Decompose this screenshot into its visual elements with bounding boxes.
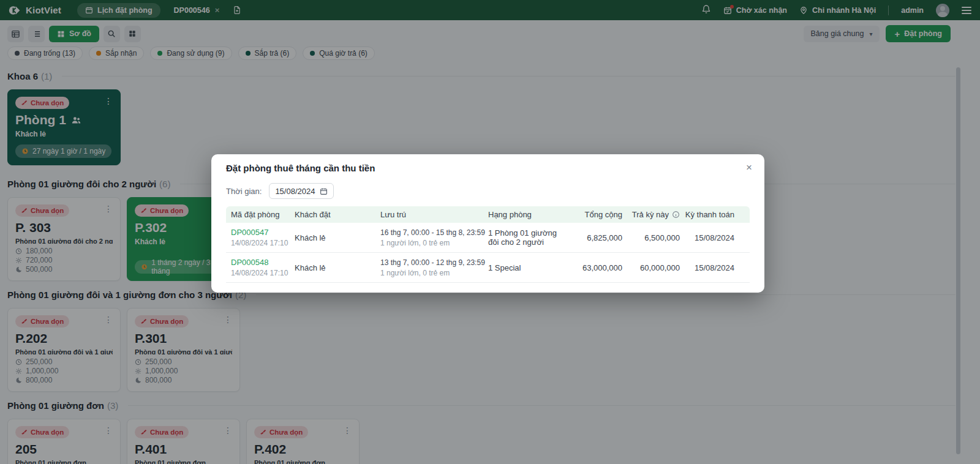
due-amount: 6,500,000 bbox=[622, 233, 680, 242]
booking-created: 14/08/2024 17:10 bbox=[231, 239, 295, 247]
col-header-due: Trả kỳ này bbox=[622, 210, 680, 219]
booking-created: 14/08/2024 17:10 bbox=[231, 269, 295, 277]
booking-code-link[interactable]: DP000547 bbox=[231, 228, 295, 237]
total-amount: 6,825,000 bbox=[570, 233, 622, 242]
stay-occupancy: 1 người lớn, 0 trẻ em bbox=[380, 269, 488, 277]
date-value: 15/08/2024 bbox=[275, 187, 315, 196]
info-icon[interactable] bbox=[672, 211, 680, 219]
room-type-cell: 1 Special bbox=[488, 263, 570, 272]
booking-row[interactable]: DP000547 14/08/2024 17:10 Khách lẻ 16 th… bbox=[226, 223, 750, 253]
calendar-icon bbox=[320, 187, 328, 195]
col-header-stay: Lưu trú bbox=[380, 210, 488, 219]
room-type-cell: 1 Phòng 01 giường đôi cho 2 người bbox=[488, 228, 570, 247]
booking-guest: Khách lẻ bbox=[295, 263, 380, 272]
payment-period: 15/08/2024 bbox=[680, 263, 750, 272]
col-header-period: Kỳ thanh toán bbox=[680, 210, 750, 219]
table-header-row: Mã đặt phòng Khách đặt Lưu trú Hạng phòn… bbox=[226, 206, 750, 223]
stay-occupancy: 1 người lớn, 0 trẻ em bbox=[380, 239, 488, 247]
col-header-total: Tổng cộng bbox=[570, 210, 622, 219]
total-amount: 63,000,000 bbox=[570, 263, 622, 272]
due-amount: 60,000,000 bbox=[622, 263, 680, 272]
stay-range: 16 thg 7, 00:00 - 15 thg 8, 23:59 bbox=[380, 228, 488, 237]
time-label: Thời gian: bbox=[226, 187, 262, 196]
monthly-rent-collect-modal: Đặt phòng thuê tháng cần thu tiền × Thời… bbox=[211, 154, 764, 293]
stay-range: 13 thg 7, 00:00 - 12 thg 9, 23:59 bbox=[380, 258, 488, 267]
booking-row[interactable]: DP000548 14/08/2024 17:10 Khách lẻ 13 th… bbox=[226, 253, 750, 283]
payment-period: 15/08/2024 bbox=[680, 233, 750, 242]
col-header-room: Hạng phòng bbox=[488, 210, 570, 219]
modal-title: Đặt phòng thuê tháng cần thu tiền bbox=[226, 163, 375, 173]
col-header-code: Mã đặt phòng bbox=[226, 210, 295, 219]
due-label: Trả kỳ này bbox=[632, 210, 669, 219]
close-icon[interactable]: × bbox=[746, 163, 752, 173]
booking-code-link[interactable]: DP000548 bbox=[231, 258, 295, 267]
date-input[interactable]: 15/08/2024 bbox=[269, 183, 334, 199]
col-header-guest: Khách đặt bbox=[295, 210, 380, 219]
booking-guest: Khách lẻ bbox=[295, 233, 380, 242]
bookings-table: Mã đặt phòng Khách đặt Lưu trú Hạng phòn… bbox=[226, 206, 750, 283]
app-root: KiotViet Lịch đặt phòng DP000546 × Chờ x… bbox=[0, 0, 980, 464]
